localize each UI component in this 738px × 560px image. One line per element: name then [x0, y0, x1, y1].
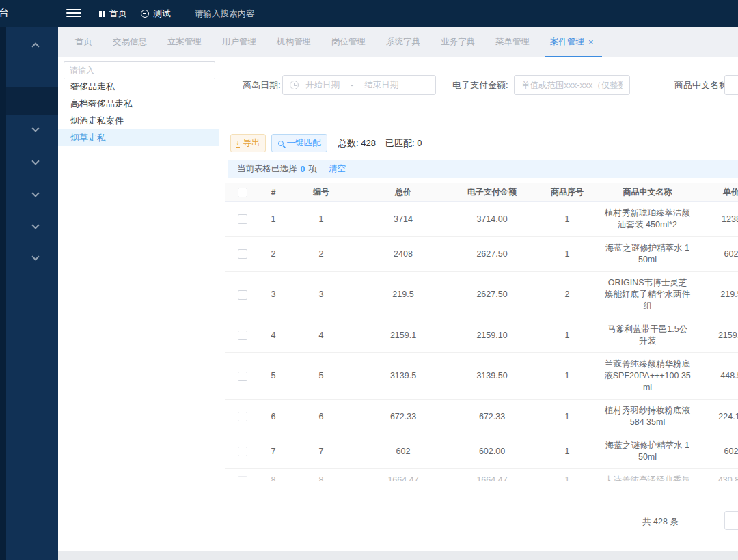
- column-header: #: [260, 188, 287, 197]
- cell-product-seq: 1: [533, 214, 601, 225]
- cell-code: 7: [287, 446, 355, 458]
- page-tab-label: 立案管理: [167, 36, 202, 48]
- row-checkbox[interactable]: [238, 331, 247, 340]
- column-header: 电子支付金额: [451, 186, 533, 198]
- row-checkbox-cell: [226, 249, 260, 259]
- cell-index: 2: [260, 249, 287, 260]
- cell-code: 8: [287, 475, 355, 481]
- row-checkbox-cell: [226, 412, 260, 421]
- cell-total-price: 3139.5: [355, 370, 451, 382]
- page-tab[interactable]: 业务字典: [441, 27, 475, 57]
- cell-epay-amount: 2159.10: [451, 330, 533, 341]
- select-all-checkbox[interactable]: [238, 188, 247, 197]
- cell-epay-amount: 3714.00: [451, 214, 533, 225]
- tree-search-input[interactable]: [64, 61, 215, 79]
- tree-item[interactable]: 奢侈品走私: [58, 78, 219, 95]
- cell-code: 3: [287, 289, 355, 300]
- tree-item-label: 高档奢侈品走私: [70, 98, 133, 109]
- table-row[interactable]: 3 3 219.5 2627.50 2 ORIGINS韦博士灵芝焕能好底子精华水…: [226, 272, 738, 318]
- page-tab[interactable]: 用户管理: [222, 27, 256, 57]
- chevron-up-icon[interactable]: [31, 42, 39, 50]
- cell-product-name: 植村秀新琥珀臻萃洁颜油套装 450ml*2: [601, 208, 694, 231]
- page-tab[interactable]: 案件管理 ×: [550, 27, 594, 57]
- row-checkbox[interactable]: [238, 412, 247, 421]
- end-date-placeholder[interactable]: 结束日期: [364, 79, 398, 91]
- selection-bar: 当前表格已选择 0 项 清空: [228, 160, 738, 178]
- table-row[interactable]: 2 2 2408 2627.50 1 海蓝之谜修护精萃水 150ml 602: [226, 237, 738, 272]
- tree-item[interactable]: 高档奢侈品走私: [58, 95, 219, 112]
- page-tab[interactable]: 首页: [75, 27, 92, 57]
- row-checkbox-cell: [226, 214, 260, 224]
- hamburger-menu-icon[interactable]: [66, 9, 81, 18]
- cell-product-name: 马爹利蓝带干邑1.5公升装: [601, 324, 694, 347]
- top-nav-test[interactable]: 测试: [141, 8, 171, 20]
- page-tab-label: 岗位管理: [331, 36, 366, 48]
- global-search-input[interactable]: [195, 5, 345, 22]
- table-row[interactable]: 1 1 3714 3714.00 1 植村秀新琥珀臻萃洁颜油套装 450ml*2…: [226, 202, 738, 237]
- cell-total-price: 672.33: [355, 411, 451, 423]
- date-range-picker[interactable]: 开始日期 - 结束日期: [282, 75, 436, 95]
- cell-total-price: 2159.1: [355, 330, 451, 341]
- row-checkbox[interactable]: [238, 476, 247, 482]
- chevron-down-icon[interactable]: [31, 253, 39, 260]
- start-date-placeholder[interactable]: 开始日期: [305, 79, 340, 91]
- page-tab[interactable]: 机构管理: [277, 27, 311, 57]
- chevron-down-icon[interactable]: [31, 221, 39, 229]
- chevron-down-icon[interactable]: [31, 157, 39, 165]
- row-checkbox[interactable]: [238, 214, 247, 224]
- minus-circle-icon: [141, 10, 149, 18]
- page-tab-label: 案件管理: [550, 36, 584, 48]
- page-tab[interactable]: 立案管理: [167, 27, 202, 57]
- tree-item-label: 烟酒走私案件: [70, 115, 124, 126]
- selection-count: 0: [301, 165, 305, 174]
- chevron-down-icon[interactable]: [31, 124, 39, 132]
- clear-selection-link[interactable]: 清空: [329, 163, 346, 175]
- page-tab[interactable]: 系统字典: [386, 27, 420, 57]
- row-checkbox-cell: [226, 447, 260, 456]
- top-nav: 首页 测试: [99, 0, 171, 27]
- content-panel: 奢侈品走私 高档奢侈品走私 烟酒走私案件 烟草走私 离岛日期: 开始日期 - 结…: [58, 57, 738, 551]
- cell-unit-price: 602: [694, 446, 738, 458]
- close-icon[interactable]: ×: [588, 38, 594, 46]
- product-name-label: 商品中文名称:: [674, 79, 730, 92]
- row-checkbox[interactable]: [238, 290, 247, 300]
- cell-index: 4: [260, 330, 287, 341]
- one-click-match-button[interactable]: 一键匹配: [271, 134, 327, 152]
- product-name-input[interactable]: [724, 75, 738, 95]
- row-checkbox-cell: [226, 290, 260, 300]
- row-checkbox-cell: [226, 372, 260, 381]
- results-table: #编号总价电子支付金额商品序号商品中文名称单价 1 1 3714 3714.00…: [226, 183, 738, 481]
- table-row[interactable]: 8 8 1664.47 1664.47 1 卡诗菁纯亮泽经典香氛 430.88: [226, 469, 738, 481]
- cell-code: 5: [287, 370, 355, 382]
- top-nav-home[interactable]: 首页: [99, 8, 127, 20]
- row-checkbox[interactable]: [238, 249, 247, 259]
- export-button[interactable]: ↓ 导出: [230, 134, 266, 152]
- page-size-select[interactable]: [724, 511, 738, 530]
- page-tab[interactable]: 菜单管理: [495, 27, 530, 57]
- row-checkbox[interactable]: [238, 447, 247, 456]
- tree-item[interactable]: 烟草走私: [58, 129, 219, 146]
- page-tab[interactable]: 岗位管理: [331, 27, 366, 57]
- cell-epay-amount: 2627.50: [451, 249, 533, 260]
- row-checkbox[interactable]: [238, 372, 247, 381]
- cell-product-name: 卡诗菁纯亮泽经典香氛: [601, 475, 694, 481]
- sidebar-active-item[interactable]: [6, 87, 58, 115]
- download-icon: ↓: [236, 139, 240, 148]
- column-header: 单价: [694, 186, 738, 198]
- table-row[interactable]: 7 7 602 602.00 1 海蓝之谜修护精萃水 150ml 602: [226, 434, 738, 469]
- cell-total-price: 3714: [355, 214, 451, 225]
- table-row[interactable]: 4 4 2159.1 2159.10 1 马爹利蓝带干邑1.5公升装 2159.…: [226, 318, 738, 353]
- chevron-down-icon[interactable]: [31, 189, 39, 197]
- page-tab-label: 交易信息: [113, 36, 147, 48]
- date-separator: -: [351, 81, 353, 90]
- tree-item[interactable]: 烟酒走私案件: [58, 112, 219, 129]
- cell-epay-amount: 3139.50: [451, 370, 533, 382]
- cell-code: 6: [287, 411, 355, 423]
- cell-product-seq: 2: [533, 289, 601, 300]
- table-row[interactable]: 6 6 672.33 672.33 1 植村秀羽纱持妆粉底液 584 35ml …: [226, 400, 738, 434]
- left-sidebar: [0, 27, 58, 560]
- epay-amount-input[interactable]: [514, 75, 630, 95]
- page-tab[interactable]: 交易信息: [113, 27, 147, 57]
- table-row[interactable]: 5 5 3139.5 3139.50 1 兰蔻菁纯臻颜精华粉底液SPF20PA+…: [226, 353, 738, 400]
- cell-epay-amount: 602.00: [451, 446, 533, 458]
